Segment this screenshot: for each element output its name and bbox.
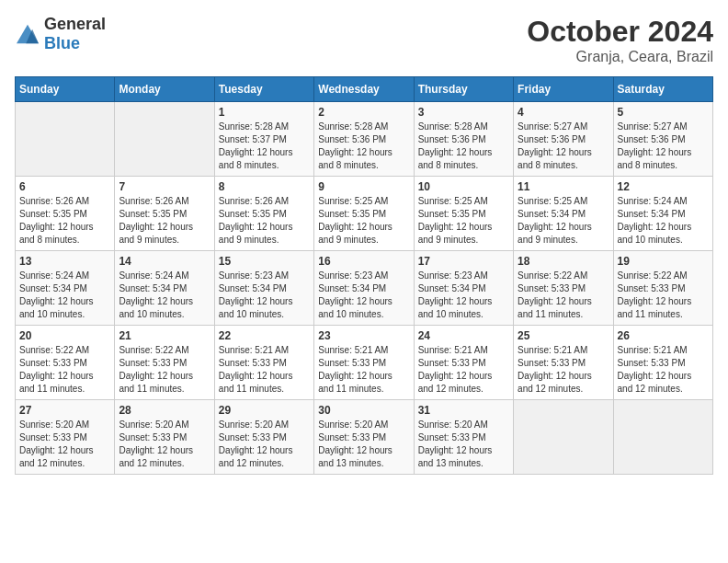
day-info: Sunrise: 5:21 AM Sunset: 5:33 PM Dayligh… <box>219 344 310 396</box>
day-info: Sunrise: 5:27 AM Sunset: 5:36 PM Dayligh… <box>618 121 709 172</box>
day-info: Sunrise: 5:26 AM Sunset: 5:35 PM Dayligh… <box>219 195 310 247</box>
day-info: Sunrise: 5:23 AM Sunset: 5:34 PM Dayligh… <box>219 270 310 321</box>
calendar-cell: 23Sunrise: 5:21 AM Sunset: 5:33 PM Dayli… <box>314 326 414 400</box>
day-number: 9 <box>318 180 409 193</box>
day-info: Sunrise: 5:22 AM Sunset: 5:33 PM Dayligh… <box>19 344 110 396</box>
day-info: Sunrise: 5:23 AM Sunset: 5:34 PM Dayligh… <box>318 270 409 321</box>
weekday-header-tuesday: Tuesday <box>214 77 313 102</box>
day-info: Sunrise: 5:20 AM Sunset: 5:33 PM Dayligh… <box>19 419 110 470</box>
day-info: Sunrise: 5:20 AM Sunset: 5:33 PM Dayligh… <box>318 419 409 470</box>
calendar-cell: 12Sunrise: 5:24 AM Sunset: 5:34 PM Dayli… <box>613 177 712 251</box>
day-info: Sunrise: 5:20 AM Sunset: 5:33 PM Dayligh… <box>219 419 310 470</box>
day-info: Sunrise: 5:21 AM Sunset: 5:33 PM Dayligh… <box>618 344 709 396</box>
day-number: 30 <box>318 404 409 417</box>
weekday-header-thursday: Thursday <box>414 77 513 102</box>
day-number: 23 <box>318 329 409 342</box>
day-info: Sunrise: 5:22 AM Sunset: 5:33 PM Dayligh… <box>518 270 609 321</box>
day-number: 10 <box>418 180 509 193</box>
day-number: 31 <box>418 404 509 417</box>
calendar-cell: 29Sunrise: 5:20 AM Sunset: 5:33 PM Dayli… <box>214 400 313 475</box>
calendar-week-row: 20Sunrise: 5:22 AM Sunset: 5:33 PM Dayli… <box>16 326 713 400</box>
day-number: 17 <box>418 255 509 268</box>
day-info: Sunrise: 5:20 AM Sunset: 5:33 PM Dayligh… <box>418 419 509 470</box>
day-number: 24 <box>418 329 509 342</box>
day-number: 28 <box>119 404 210 417</box>
calendar-cell: 30Sunrise: 5:20 AM Sunset: 5:33 PM Dayli… <box>314 400 414 475</box>
day-number: 13 <box>19 255 110 268</box>
logo-icon <box>15 23 40 45</box>
day-info: Sunrise: 5:23 AM Sunset: 5:34 PM Dayligh… <box>418 270 509 321</box>
calendar-cell: 31Sunrise: 5:20 AM Sunset: 5:33 PM Dayli… <box>414 400 513 475</box>
calendar-cell: 3Sunrise: 5:28 AM Sunset: 5:36 PM Daylig… <box>414 102 513 177</box>
calendar-cell: 17Sunrise: 5:23 AM Sunset: 5:34 PM Dayli… <box>414 251 513 326</box>
weekday-header-sunday: Sunday <box>16 77 115 102</box>
day-number: 26 <box>618 329 709 342</box>
day-number: 11 <box>518 180 609 193</box>
day-info: Sunrise: 5:21 AM Sunset: 5:33 PM Dayligh… <box>518 344 609 396</box>
calendar-cell: 11Sunrise: 5:25 AM Sunset: 5:34 PM Dayli… <box>514 177 613 251</box>
calendar-cell: 1Sunrise: 5:28 AM Sunset: 5:37 PM Daylig… <box>214 102 313 177</box>
day-info: Sunrise: 5:24 AM Sunset: 5:34 PM Dayligh… <box>19 270 110 321</box>
calendar-cell <box>115 102 214 177</box>
day-info: Sunrise: 5:25 AM Sunset: 5:34 PM Dayligh… <box>518 195 609 247</box>
day-number: 3 <box>418 106 509 119</box>
calendar-cell <box>16 102 115 177</box>
calendar-cell: 10Sunrise: 5:25 AM Sunset: 5:35 PM Dayli… <box>414 177 513 251</box>
calendar-cell: 6Sunrise: 5:26 AM Sunset: 5:35 PM Daylig… <box>16 177 115 251</box>
day-number: 15 <box>219 255 310 268</box>
day-number: 27 <box>19 404 110 417</box>
day-number: 21 <box>119 329 210 342</box>
calendar-cell: 8Sunrise: 5:26 AM Sunset: 5:35 PM Daylig… <box>214 177 313 251</box>
calendar-week-row: 27Sunrise: 5:20 AM Sunset: 5:33 PM Dayli… <box>16 400 713 475</box>
day-info: Sunrise: 5:26 AM Sunset: 5:35 PM Dayligh… <box>119 195 210 247</box>
day-info: Sunrise: 5:28 AM Sunset: 5:37 PM Dayligh… <box>219 121 310 172</box>
day-info: Sunrise: 5:25 AM Sunset: 5:35 PM Dayligh… <box>318 195 409 247</box>
day-number: 20 <box>19 329 110 342</box>
logo: General Blue <box>15 15 106 53</box>
title-block: October 2024 Granja, Ceara, Brazil <box>527 15 713 65</box>
day-number: 6 <box>19 180 110 193</box>
calendar-cell: 9Sunrise: 5:25 AM Sunset: 5:35 PM Daylig… <box>314 177 414 251</box>
calendar-week-row: 1Sunrise: 5:28 AM Sunset: 5:37 PM Daylig… <box>16 102 713 177</box>
weekday-header-monday: Monday <box>115 77 214 102</box>
calendar-cell: 16Sunrise: 5:23 AM Sunset: 5:34 PM Dayli… <box>314 251 414 326</box>
page-header: General Blue October 2024 Granja, Ceara,… <box>15 15 713 65</box>
day-info: Sunrise: 5:21 AM Sunset: 5:33 PM Dayligh… <box>318 344 409 396</box>
calendar-cell: 21Sunrise: 5:22 AM Sunset: 5:33 PM Dayli… <box>115 326 214 400</box>
calendar-cell: 28Sunrise: 5:20 AM Sunset: 5:33 PM Dayli… <box>115 400 214 475</box>
calendar-cell: 7Sunrise: 5:26 AM Sunset: 5:35 PM Daylig… <box>115 177 214 251</box>
calendar-cell: 25Sunrise: 5:21 AM Sunset: 5:33 PM Dayli… <box>514 326 613 400</box>
calendar-cell: 20Sunrise: 5:22 AM Sunset: 5:33 PM Dayli… <box>16 326 115 400</box>
calendar-cell <box>613 400 712 475</box>
day-info: Sunrise: 5:28 AM Sunset: 5:36 PM Dayligh… <box>418 121 509 172</box>
day-info: Sunrise: 5:21 AM Sunset: 5:33 PM Dayligh… <box>418 344 509 396</box>
day-number: 8 <box>219 180 310 193</box>
calendar-cell: 14Sunrise: 5:24 AM Sunset: 5:34 PM Dayli… <box>115 251 214 326</box>
day-number: 14 <box>119 255 210 268</box>
day-number: 22 <box>219 329 310 342</box>
calendar-week-row: 13Sunrise: 5:24 AM Sunset: 5:34 PM Dayli… <box>16 251 713 326</box>
logo-general: General <box>44 15 106 33</box>
day-number: 2 <box>318 106 409 119</box>
day-info: Sunrise: 5:25 AM Sunset: 5:35 PM Dayligh… <box>418 195 509 247</box>
day-info: Sunrise: 5:24 AM Sunset: 5:34 PM Dayligh… <box>119 270 210 321</box>
day-number: 1 <box>219 106 310 119</box>
calendar-cell: 24Sunrise: 5:21 AM Sunset: 5:33 PM Dayli… <box>414 326 513 400</box>
day-info: Sunrise: 5:20 AM Sunset: 5:33 PM Dayligh… <box>119 419 210 470</box>
day-number: 12 <box>618 180 709 193</box>
day-number: 4 <box>518 106 609 119</box>
calendar-cell: 19Sunrise: 5:22 AM Sunset: 5:33 PM Dayli… <box>613 251 712 326</box>
day-number: 18 <box>518 255 609 268</box>
calendar-cell: 22Sunrise: 5:21 AM Sunset: 5:33 PM Dayli… <box>214 326 313 400</box>
day-number: 19 <box>618 255 709 268</box>
day-number: 7 <box>119 180 210 193</box>
weekday-header-friday: Friday <box>514 77 613 102</box>
calendar-cell: 4Sunrise: 5:27 AM Sunset: 5:36 PM Daylig… <box>514 102 613 177</box>
day-info: Sunrise: 5:26 AM Sunset: 5:35 PM Dayligh… <box>19 195 110 247</box>
day-number: 29 <box>219 404 310 417</box>
weekday-header-wednesday: Wednesday <box>314 77 414 102</box>
day-info: Sunrise: 5:27 AM Sunset: 5:36 PM Dayligh… <box>518 121 609 172</box>
day-number: 16 <box>318 255 409 268</box>
day-number: 5 <box>618 106 709 119</box>
location-title: Granja, Ceara, Brazil <box>527 49 713 65</box>
